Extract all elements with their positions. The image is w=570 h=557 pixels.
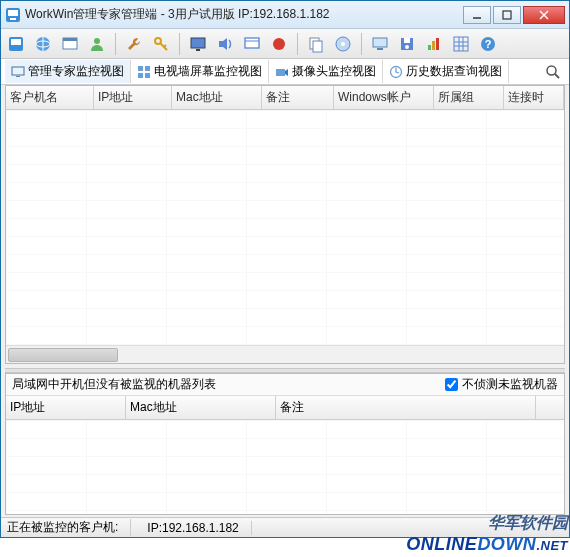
disk-icon[interactable]	[396, 33, 418, 55]
disc-icon	[334, 35, 352, 53]
main-toolbar: ?	[1, 29, 569, 59]
column-header[interactable]: 客户机名	[6, 86, 94, 109]
minimize-button[interactable]	[463, 6, 491, 24]
chart-icon[interactable]	[423, 33, 445, 55]
history-icon	[389, 65, 403, 79]
disc-icon[interactable]	[332, 33, 354, 55]
svg-rect-43	[12, 67, 24, 75]
svg-line-17	[164, 45, 166, 47]
monitor-icon	[189, 35, 207, 53]
svg-rect-48	[145, 73, 150, 78]
svg-rect-45	[138, 66, 143, 71]
svg-rect-35	[436, 38, 439, 50]
svg-rect-36	[454, 37, 468, 51]
status-ip: IP:192.168.1.182	[147, 521, 251, 535]
disk-icon	[398, 35, 416, 53]
tvwall-icon	[137, 65, 151, 79]
status-bar: 正在被监控的客户机: IP:192.168.1.182	[1, 517, 569, 537]
monitor-icon[interactable]	[187, 33, 209, 55]
toolbar-separator	[115, 33, 116, 55]
lower-heading: 局域网中开机但没有被监视的机器列表	[12, 376, 445, 393]
view-tab-bar: 管理专家监控视图 电视墙屏幕监控视图 摄像头监控视图 历史数据查询视图	[1, 59, 569, 85]
titlebar[interactable]: WorkWin管理专家管理端 - 3用户试用版 IP:192.168.1.182	[1, 1, 569, 29]
wrench-icon	[125, 35, 143, 53]
svg-rect-47	[138, 73, 143, 78]
main-grid-header: 客户机名IP地址Mac地址备注Windows帐户所属组连接时	[6, 86, 564, 110]
app-window: WorkWin管理专家管理端 - 3用户试用版 IP:192.168.1.182…	[0, 0, 570, 538]
view-tab-label: 摄像头监控视图	[292, 63, 376, 80]
svg-rect-8	[11, 39, 21, 45]
search-icon[interactable]	[545, 64, 561, 80]
no-detect-checkbox-input[interactable]	[445, 378, 458, 391]
column-header[interactable]: 备注	[276, 396, 536, 419]
view-tab-expert[interactable]: 管理专家监控视图	[5, 60, 131, 83]
globe-icon[interactable]	[32, 33, 54, 55]
copy-icon[interactable]	[305, 33, 327, 55]
no-detect-checkbox[interactable]: 不侦测未监视机器	[445, 376, 558, 393]
lower-grid-header: IP地址Mac地址备注	[6, 396, 564, 420]
column-header[interactable]: Mac地址	[172, 86, 262, 109]
chart-icon	[425, 35, 443, 53]
svg-rect-1	[8, 10, 18, 16]
svg-marker-50	[285, 69, 288, 76]
svg-rect-49	[276, 69, 285, 76]
view-tab-label: 电视墙屏幕监控视图	[154, 63, 262, 80]
view-tab-tvwall[interactable]: 电视墙屏幕监控视图	[131, 60, 269, 83]
column-header[interactable]: 所属组	[434, 86, 504, 109]
svg-rect-28	[373, 38, 387, 47]
view-tab-history[interactable]: 历史数据查询视图	[383, 60, 509, 83]
status-monitored: 正在被监控的客户机:	[7, 519, 131, 536]
toolbar-separator	[179, 33, 180, 55]
svg-line-53	[555, 74, 559, 78]
window-controls	[463, 6, 565, 24]
key-icon	[152, 35, 170, 53]
column-header[interactable]: IP地址	[6, 396, 126, 419]
app-icon	[5, 7, 21, 23]
no-detect-checkbox-label: 不侦测未监视机器	[462, 376, 558, 393]
maximize-button[interactable]	[493, 6, 521, 24]
svg-rect-21	[245, 38, 259, 48]
speaker-icon[interactable]	[214, 33, 236, 55]
svg-rect-33	[428, 45, 431, 50]
column-header[interactable]: Mac地址	[126, 396, 276, 419]
svg-rect-13	[63, 38, 77, 41]
scrollbar-thumb[interactable]	[8, 348, 118, 362]
lower-grid-body[interactable]	[6, 420, 564, 514]
computer-icon[interactable]	[369, 33, 391, 55]
svg-point-23	[273, 38, 285, 50]
svg-text:?: ?	[485, 38, 492, 50]
horizontal-scrollbar[interactable]	[6, 345, 564, 363]
column-header[interactable]: 备注	[262, 86, 334, 109]
svg-point-27	[341, 42, 345, 46]
speaker-icon	[216, 35, 234, 53]
svg-rect-34	[432, 41, 435, 50]
close-button[interactable]	[523, 6, 565, 24]
key-icon[interactable]	[150, 33, 172, 55]
wrench-icon[interactable]	[123, 33, 145, 55]
computer-icon	[371, 35, 389, 53]
screen-icon[interactable]	[241, 33, 263, 55]
record-icon[interactable]	[268, 33, 290, 55]
help-icon[interactable]: ?	[477, 33, 499, 55]
globe-icon	[34, 35, 52, 53]
column-header[interactable]: Windows帐户	[334, 86, 434, 109]
app-icon	[7, 35, 25, 53]
app-icon[interactable]	[5, 33, 27, 55]
svg-rect-19	[196, 49, 200, 51]
grid-icon[interactable]	[450, 33, 472, 55]
lower-panel: 局域网中开机但没有被监视的机器列表 不侦测未监视机器 IP地址Mac地址备注	[5, 373, 565, 515]
svg-rect-2	[10, 18, 16, 20]
user-icon	[88, 35, 106, 53]
svg-point-14	[94, 38, 100, 44]
column-header[interactable]: IP地址	[94, 86, 172, 109]
user-icon[interactable]	[86, 33, 108, 55]
view-tab-label: 历史数据查询视图	[406, 63, 502, 80]
grid-lines	[6, 110, 564, 345]
column-header[interactable]: 连接时	[504, 86, 564, 109]
copy-icon	[307, 35, 325, 53]
grid-lines	[6, 420, 564, 514]
main-grid-body[interactable]	[6, 110, 564, 345]
main-grid: 客户机名IP地址Mac地址备注Windows帐户所属组连接时	[5, 85, 565, 364]
window-icon[interactable]	[59, 33, 81, 55]
view-tab-camera[interactable]: 摄像头监控视图	[269, 60, 383, 83]
